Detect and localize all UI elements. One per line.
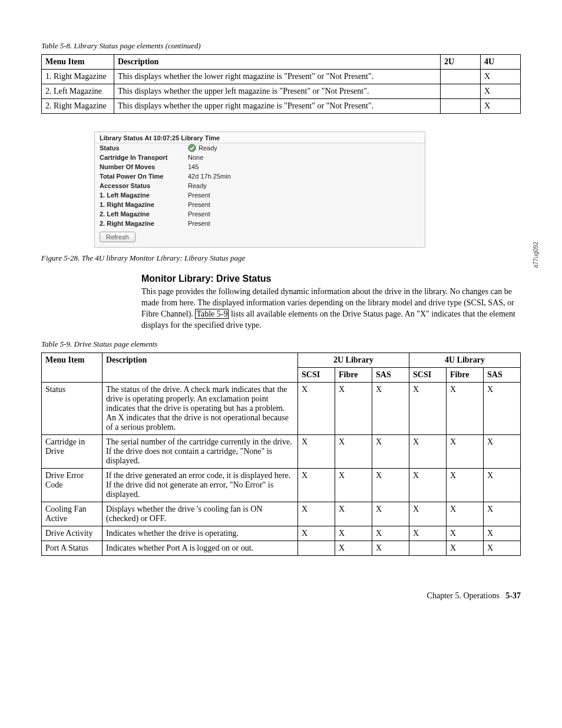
table-row: StatusThe status of the drive. A check m…	[42, 382, 521, 434]
cell-mark: X	[409, 526, 447, 541]
chapter-label: Chapter 5. Operations	[427, 591, 500, 600]
cell-mark: X	[447, 526, 484, 541]
table-row: Drive ActivityIndicates whether the driv…	[42, 526, 521, 541]
cell-mark: X	[409, 502, 447, 526]
cell-menu: Port A Status	[42, 541, 103, 555]
th-4u: 4U	[481, 55, 521, 70]
table-caption: Table 5-9. Drive Status page elements	[41, 340, 521, 349]
cell-mark	[409, 541, 447, 555]
table-row: 2. Right MagazineThis displays whether t…	[42, 99, 521, 114]
cell-mark: X	[372, 468, 409, 502]
th-sub: Fibre	[335, 367, 372, 382]
cell-mark: X	[447, 434, 484, 468]
th-sub: SAS	[372, 367, 409, 382]
th-desc: Description	[103, 353, 298, 382]
cell-mark: X	[298, 468, 335, 502]
status-value: Ready	[188, 181, 420, 190]
cell-mark: X	[372, 382, 409, 434]
status-row: Number Of Moves145	[95, 162, 425, 172]
library-status-table: Menu Item Description 2U 4U 1. Right Mag…	[41, 54, 521, 114]
cell-menu: Drive Error Code	[42, 468, 103, 502]
status-row: Cartridge In TransportNone	[95, 153, 425, 162]
cell-desc: If the drive generated an error code, it…	[103, 468, 298, 502]
status-row: 2. Right MagazinePresent	[95, 219, 425, 228]
th-sub: SCSI	[409, 367, 447, 382]
th-sub: Fibre	[447, 367, 484, 382]
th-2u: 2U	[441, 55, 481, 70]
th-sub: SCSI	[298, 367, 335, 382]
cell-mark: X	[298, 502, 335, 526]
refresh-button[interactable]: Refresh	[100, 232, 135, 242]
cell-mark: X	[372, 541, 409, 555]
library-status-screenshot: Library Status At 10:07:25 Library Time …	[94, 131, 521, 248]
cell-mark: X	[298, 382, 335, 434]
cell-mark: X	[372, 526, 409, 541]
th-2u-library: 2U Library	[298, 353, 409, 367]
status-label: Accessor Status	[100, 181, 188, 190]
table-row: Cooling Fan ActiveDisplays whether the d…	[42, 502, 521, 526]
th-4u-library: 4U Library	[409, 353, 521, 367]
cell-desc: The serial number of the cartridge curre…	[103, 434, 298, 468]
cell-mark: X	[447, 468, 484, 502]
cell-mark: X	[484, 526, 521, 541]
svg-point-0	[189, 144, 196, 151]
figure-code: a77ug092	[532, 242, 538, 268]
table-row: 2. Left MagazineThis displays whether th…	[42, 84, 521, 99]
cell-4u: X	[481, 99, 521, 114]
status-value: 145	[188, 162, 420, 172]
status-value: 42d 17h 25min	[188, 172, 420, 181]
status-row: 2. Left MagazinePresent	[95, 209, 425, 219]
cell-mark: X	[372, 502, 409, 526]
status-label: 1. Right Magazine	[100, 200, 188, 209]
cell-mark: X	[484, 502, 521, 526]
cell-desc: Indicates whether Port A is logged on or…	[103, 541, 298, 555]
cell-menu: 1. Right Magazine	[42, 70, 114, 84]
status-row: 1. Right MagazinePresent	[95, 200, 425, 209]
cell-4u: X	[481, 70, 521, 84]
cell-2u	[441, 99, 481, 114]
cell-mark: X	[484, 468, 521, 502]
cell-mark: X	[484, 541, 521, 555]
cell-menu: Status	[42, 382, 103, 434]
body-paragraph: This page provides the following detaile…	[141, 286, 521, 331]
cell-mark: X	[409, 434, 447, 468]
status-value: Present	[188, 200, 420, 209]
cell-mark: X	[484, 382, 521, 434]
cell-mark: X	[335, 434, 372, 468]
checkmark-icon	[188, 144, 196, 152]
table-row: Cartridge in DriveThe serial number of t…	[42, 434, 521, 468]
table-row: Drive Error CodeIf the drive generated a…	[42, 468, 521, 502]
cell-mark: X	[484, 434, 521, 468]
th-desc: Description	[114, 55, 441, 70]
status-row: 1. Left MagazinePresent	[95, 190, 425, 200]
th-menu: Menu Item	[42, 353, 103, 382]
th-sub: SAS	[484, 367, 521, 382]
cell-menu: 2. Left Magazine	[42, 84, 114, 99]
table-link[interactable]: Table 5-9	[195, 309, 229, 319]
cell-mark	[298, 541, 335, 555]
status-value: Present	[188, 190, 420, 200]
cell-mark: X	[447, 382, 484, 434]
status-label: 2. Right Magazine	[100, 219, 188, 228]
status-label: Number Of Moves	[100, 162, 188, 172]
status-value: Ready	[188, 143, 420, 153]
cell-mark: X	[298, 526, 335, 541]
section-heading: Monitor Library: Drive Status	[141, 274, 521, 284]
cell-menu: Drive Activity	[42, 526, 103, 541]
page-number: 5-37	[505, 591, 521, 600]
cell-menu: Cooling Fan Active	[42, 502, 103, 526]
cell-2u	[441, 84, 481, 99]
cell-desc: This displays whether the upper left mag…	[114, 84, 441, 99]
status-row: StatusReady	[95, 143, 425, 153]
table-row: Port A StatusIndicates whether Port A is…	[42, 541, 521, 555]
cell-mark: X	[298, 434, 335, 468]
status-row: Accessor StatusReady	[95, 181, 425, 190]
cell-4u: X	[481, 84, 521, 99]
cell-menu: 2. Right Magazine	[42, 99, 114, 114]
cell-mark: X	[409, 382, 447, 434]
status-value: Present	[188, 219, 420, 228]
table-caption: Table 5-8. Library Status page elements …	[41, 41, 521, 51]
cell-desc: This displays whether the upper right ma…	[114, 99, 441, 114]
cell-mark: X	[447, 541, 484, 555]
cell-mark: X	[335, 502, 372, 526]
